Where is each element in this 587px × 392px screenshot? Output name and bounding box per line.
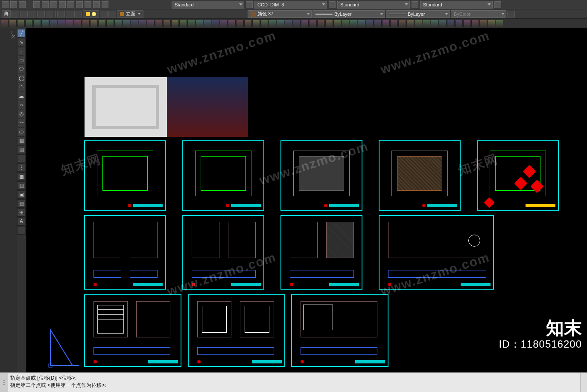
modify-tool-icon[interactable] bbox=[301, 20, 309, 27]
modify-tool-icon[interactable] bbox=[244, 20, 252, 27]
hatch-bound-tool[interactable]: ▦ bbox=[17, 136, 26, 145]
ribbon-icon[interactable] bbox=[108, 11, 116, 17]
toolbar-icon[interactable] bbox=[67, 1, 74, 8]
drawing-frame[interactable] bbox=[379, 140, 461, 211]
toolbar-icon[interactable] bbox=[50, 1, 57, 8]
region-tool[interactable]: ▤ bbox=[17, 145, 26, 154]
divide-tool[interactable]: ⋮ bbox=[17, 163, 26, 172]
drawing-frame[interactable] bbox=[477, 140, 559, 211]
modify-tool-icon[interactable] bbox=[196, 20, 203, 27]
drawing-frame[interactable] bbox=[280, 215, 362, 290]
modify-tool-icon[interactable] bbox=[50, 20, 57, 27]
modify-tool-icon[interactable] bbox=[366, 20, 374, 27]
left-dock-panel[interactable]: 欠... bbox=[0, 28, 17, 372]
command-scrollbar[interactable] bbox=[580, 373, 587, 392]
modify-tool-icon[interactable] bbox=[309, 20, 317, 27]
grid-tool[interactable]: ⊞ bbox=[17, 208, 26, 217]
modify-tool-icon[interactable] bbox=[58, 20, 65, 27]
table-style-dropdown[interactable]: Standard bbox=[337, 1, 410, 9]
color-dropdown[interactable]: 颜色 37 bbox=[248, 10, 312, 18]
modify-tool-icon[interactable] bbox=[293, 20, 301, 27]
modify-tool-icon[interactable] bbox=[98, 20, 106, 27]
toolbar-icon[interactable] bbox=[494, 1, 501, 8]
modify-tool-icon[interactable] bbox=[277, 20, 284, 27]
modify-tool-icon[interactable] bbox=[171, 20, 179, 27]
donut-tool[interactable]: ◎ bbox=[17, 110, 26, 118]
modify-tool-icon[interactable] bbox=[260, 20, 268, 27]
text-tool[interactable]: A bbox=[17, 217, 26, 226]
modify-tool-icon[interactable] bbox=[439, 20, 447, 27]
toolbar-icon[interactable] bbox=[10, 1, 17, 8]
toolbar-icon[interactable] bbox=[329, 1, 336, 8]
modify-tool-icon[interactable] bbox=[25, 20, 33, 27]
lineweight-dropdown[interactable]: ByLayer bbox=[386, 10, 450, 18]
modify-tool-icon[interactable] bbox=[131, 20, 138, 27]
modify-tool-icon[interactable] bbox=[382, 20, 390, 27]
modify-tool-icon[interactable] bbox=[33, 20, 41, 27]
polygon-tool[interactable]: ⬠ bbox=[17, 65, 26, 73]
ribbon-icon[interactable] bbox=[20, 11, 28, 17]
modify-tool-icon[interactable] bbox=[431, 20, 438, 27]
modify-tool-icon[interactable] bbox=[455, 20, 463, 27]
modify-tool-icon[interactable] bbox=[82, 20, 90, 27]
modify-tool-icon[interactable] bbox=[106, 20, 114, 27]
modify-tool-icon[interactable] bbox=[179, 20, 187, 27]
ribbon-icon[interactable] bbox=[507, 11, 515, 17]
drawing-frame[interactable] bbox=[188, 294, 285, 367]
drawing-frame[interactable] bbox=[182, 140, 264, 211]
modify-tool-icon[interactable] bbox=[139, 20, 146, 27]
arc-tool[interactable]: ◠ bbox=[17, 83, 26, 91]
modify-tool-icon[interactable] bbox=[342, 20, 349, 27]
modify-tool-icon[interactable] bbox=[325, 20, 333, 27]
modify-tool-icon[interactable] bbox=[317, 20, 325, 27]
polyline-tool[interactable]: ∿ bbox=[17, 38, 26, 46]
dock-tab[interactable]: 欠... bbox=[0, 28, 17, 37]
modify-tool-icon[interactable] bbox=[236, 20, 244, 27]
text-style-dropdown[interactable]: Standard bbox=[172, 1, 244, 9]
hatch-tool[interactable]: ▩ bbox=[17, 172, 26, 181]
modify-tool-icon[interactable] bbox=[358, 20, 365, 27]
modify-tool-icon[interactable] bbox=[350, 20, 357, 27]
modify-tool-icon[interactable] bbox=[269, 20, 276, 27]
ribbon-icon[interactable] bbox=[12, 11, 19, 17]
modify-tool-icon[interactable] bbox=[114, 20, 122, 27]
spline-tool[interactable]: 〰 bbox=[17, 119, 26, 127]
ribbon-icon[interactable] bbox=[57, 11, 65, 17]
drawing-frame[interactable] bbox=[291, 294, 388, 367]
modify-tool-icon[interactable] bbox=[74, 20, 82, 27]
ribbon-icon[interactable] bbox=[100, 11, 108, 17]
modify-tool-icon[interactable] bbox=[41, 20, 49, 27]
modify-tool-icon[interactable] bbox=[471, 20, 479, 27]
ribbon-icon[interactable] bbox=[66, 11, 73, 17]
modify-tool-icon[interactable] bbox=[398, 20, 406, 27]
modify-tool-icon[interactable] bbox=[390, 20, 398, 27]
modify-tool-icon[interactable] bbox=[66, 20, 73, 27]
modify-tool-icon[interactable] bbox=[463, 20, 471, 27]
layer-state-btn[interactable] bbox=[83, 10, 99, 18]
modify-tool-icon[interactable] bbox=[406, 20, 414, 27]
modify-tool-icon[interactable] bbox=[423, 20, 430, 27]
toolbar-icon[interactable] bbox=[19, 1, 26, 8]
ribbon-icon[interactable] bbox=[74, 11, 82, 17]
sep-tool[interactable] bbox=[17, 226, 26, 235]
ribbon-icon[interactable] bbox=[29, 11, 36, 17]
ellipse-tool[interactable]: ◯ bbox=[17, 74, 26, 82]
revcloud-tool[interactable]: ☁ bbox=[17, 92, 26, 100]
modify-tool-icon[interactable] bbox=[333, 20, 341, 27]
toolbar-icon[interactable] bbox=[42, 1, 49, 8]
circle-tool[interactable]: ○ bbox=[17, 101, 26, 109]
modify-tool-icon[interactable] bbox=[220, 20, 228, 27]
command-window[interactable]: 指定基点或 [位移(D)] <位移>: 指定第二个点或 <使用第一个点作为位移>… bbox=[0, 372, 587, 392]
modify-tool-icon[interactable] bbox=[252, 20, 260, 27]
toolbar-icon[interactable] bbox=[102, 1, 108, 8]
modify-tool-icon[interactable] bbox=[17, 20, 25, 27]
drawing-frame[interactable] bbox=[84, 215, 166, 290]
toolbar-icon[interactable] bbox=[2, 1, 9, 8]
plotstyle-dropdown[interactable]: ByColor bbox=[451, 10, 506, 18]
table-tool[interactable]: ▦ bbox=[17, 199, 26, 208]
toolbar-icon[interactable] bbox=[85, 1, 91, 8]
elevation-button[interactable]: 立面 bbox=[117, 10, 143, 18]
modify-tool-icon[interactable] bbox=[488, 20, 495, 27]
rect-tool[interactable]: ▭ bbox=[17, 56, 26, 64]
modify-tool-icon[interactable] bbox=[285, 20, 292, 27]
